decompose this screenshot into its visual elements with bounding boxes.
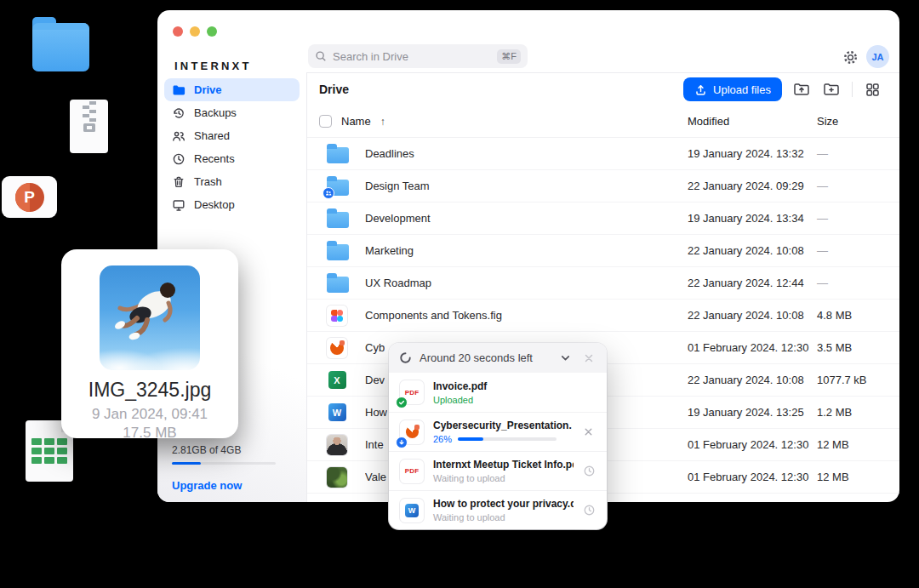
table-row[interactable]: Components and Tokens.fig 22 January 202… <box>307 300 899 332</box>
column-size[interactable]: Size <box>817 115 899 128</box>
folder-icon <box>327 244 349 260</box>
storage-progress-track <box>172 462 276 465</box>
minimize-window-button[interactable] <box>190 26 200 37</box>
image-preview-card[interactable]: IMG_3245.jpg 9 Jan 2024, 09:41 17.5 MB <box>61 249 238 438</box>
create-folder-button[interactable] <box>821 79 842 100</box>
clock-icon <box>172 152 186 166</box>
photo-thumbnail-portrait <box>327 435 347 455</box>
storage-usage-text: 2.81GB of 4GB <box>172 444 276 456</box>
file-modified: 22 January 2024. 12:44 <box>688 277 817 289</box>
sidebar-item-shared[interactable]: Shared <box>164 124 300 147</box>
storage-meter: 2.81GB of 4GB Upgrade now <box>172 444 276 492</box>
people-icon <box>172 129 186 143</box>
floating-zip-file-icon[interactable] <box>70 100 108 153</box>
table-row[interactable]: Development 19 January 2024. 13:34 — <box>307 203 899 235</box>
zipper-icon <box>80 100 99 144</box>
upload-file-name: Internxt Meetup Ticket Info.pdf <box>433 459 574 471</box>
upload-popup-header: Around 20 seconds left <box>389 343 607 373</box>
table-row[interactable]: Deadlines 19 January 2024. 13:32 — <box>307 138 899 170</box>
toolbar: Drive Upload files <box>307 73 899 106</box>
sidebar-item-backups[interactable]: Backups <box>164 101 300 124</box>
progress-badge-icon <box>396 437 408 448</box>
folder-icon <box>327 212 349 228</box>
powerpoint-icon <box>327 338 347 358</box>
sort-arrow-icon[interactable]: ↑ <box>380 116 385 128</box>
close-popup-button[interactable] <box>581 351 596 366</box>
column-modified[interactable]: Modified <box>688 115 817 128</box>
gear-icon <box>842 49 859 66</box>
folder-icon <box>327 277 349 293</box>
grid-view-button[interactable] <box>862 79 882 100</box>
upload-eta-text: Around 20 seconds left <box>420 351 550 364</box>
sidebar-item-label: Backups <box>194 106 237 119</box>
search-input[interactable] <box>333 50 491 63</box>
page-title: Drive <box>319 83 349 96</box>
sidebar-item-trash[interactable]: Trash <box>164 170 300 193</box>
file-name: UX Roadmap <box>365 277 431 289</box>
folder-shared-icon <box>327 180 349 196</box>
file-size: — <box>817 212 899 225</box>
upgrade-link[interactable]: Upgrade now <box>172 479 276 492</box>
upload-icon <box>694 83 707 96</box>
canvas: P IMG_3245.jpg 9 Jan 2024, 09:41 17.5 MB <box>0 0 919 588</box>
settings-button[interactable] <box>841 48 859 66</box>
ppt-icon <box>400 420 424 444</box>
avatar[interactable]: JA <box>866 45 889 68</box>
spinner-icon <box>399 351 412 364</box>
search-shortcut-badge: ⌘F <box>497 49 521 64</box>
table-row[interactable]: UX Roadmap 22 January 2024. 12:44 — <box>307 267 899 300</box>
sidebar-item-recents[interactable]: Recents <box>164 147 300 170</box>
upload-file-name: Cybersecurity_Presentation.ppt <box>433 420 572 431</box>
file-size: 3.5 MB <box>817 341 899 354</box>
sidebar-item-drive[interactable]: Drive <box>164 78 300 101</box>
photo-thumbnail <box>100 265 200 370</box>
word-icon: W <box>327 402 347 423</box>
window-controls <box>173 26 217 37</box>
table-row[interactable]: Design Team 22 January 2024. 09:29 — <box>307 170 899 203</box>
word-icon: W <box>400 499 424 522</box>
upload-files-label: Upload files <box>713 83 771 96</box>
file-modified: 01 February 2024. 12:30 <box>688 438 817 451</box>
powerpoint-logo-icon: P <box>15 183 44 212</box>
sidebar-item-desktop[interactable]: Desktop <box>164 193 300 216</box>
file-size: — <box>817 180 899 192</box>
file-name: Cyb <box>365 341 385 354</box>
table-row[interactable]: Marketing 22 January 2024. 10:08 — <box>307 235 899 267</box>
collapse-popup-button[interactable] <box>557 350 574 366</box>
waiting-clock-icon <box>583 465 596 477</box>
file-modified: 22 January 2024. 10:08 <box>688 309 817 322</box>
column-name[interactable]: Name <box>341 115 371 128</box>
folder-icon <box>172 83 186 97</box>
file-size: 1.2 MB <box>817 406 899 419</box>
upload-item: PDF Internxt Meetup Ticket Info.pdf Wait… <box>389 451 607 490</box>
file-size: — <box>817 244 899 257</box>
file-modified: 01 February 2024. 12:30 <box>688 471 817 483</box>
zoom-window-button[interactable] <box>207 26 217 37</box>
select-all-checkbox[interactable] <box>319 115 332 128</box>
close-window-button[interactable] <box>173 26 183 37</box>
floating-folder-icon[interactable] <box>32 23 89 71</box>
upload-status: Uploaded <box>433 395 596 405</box>
file-name: Components and Tokens.fig <box>365 309 502 322</box>
file-name: Dev <box>365 374 385 386</box>
pdf-icon: PDF <box>400 460 424 483</box>
sidebar-item-label: Drive <box>194 83 222 96</box>
pdf-icon: PDF <box>400 380 424 404</box>
file-modified: 01 February 2024. 12:30 <box>688 341 817 354</box>
photo-thumbnail-plant <box>327 467 347 488</box>
chevron-down-icon <box>559 351 572 364</box>
floating-powerpoint-icon[interactable]: P <box>2 176 57 218</box>
file-modified: 22 January 2024. 09:29 <box>688 180 817 192</box>
cancel-upload-button[interactable] <box>581 425 596 439</box>
file-name: Inte <box>365 438 384 451</box>
file-name: Vale <box>365 471 386 483</box>
spreadsheet-grid-icon <box>31 438 67 464</box>
upload-files-button[interactable]: Upload files <box>683 77 782 101</box>
storage-progress-fill <box>172 462 201 465</box>
file-size: 12 MB <box>817 471 899 483</box>
file-modified: 19 January 2024. 13:34 <box>688 212 817 225</box>
upload-folder-button[interactable] <box>791 79 812 100</box>
image-date: 9 Jan 2024, 09:41 <box>61 406 238 423</box>
toolbar-divider <box>852 82 853 97</box>
search-bar[interactable]: ⌘F <box>308 44 528 68</box>
